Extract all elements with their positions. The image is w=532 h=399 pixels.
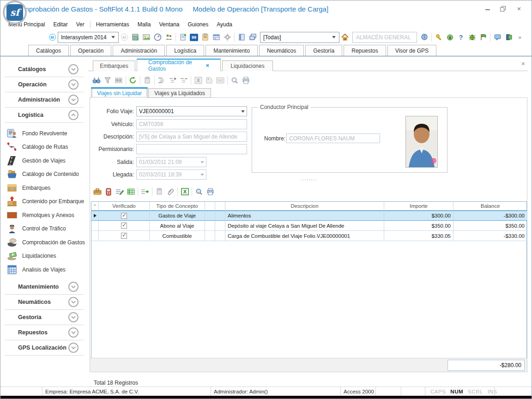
verificado-checkbox[interactable] <box>99 231 150 241</box>
cell-balance[interactable]: -$300.00 <box>453 211 527 221</box>
counter-99-icon[interactable]: 99 <box>188 32 200 43</box>
module-m-icon[interactable]: M <box>47 32 58 43</box>
sidebar-section-gps-localizacion[interactable]: GPS Localización <box>5 340 84 356</box>
cell-descripcion[interactable]: Carga de Combustible del Viaje Folio.VJE… <box>225 231 384 241</box>
search-binoculars-icon[interactable] <box>91 75 102 86</box>
grid-view-icon[interactable] <box>125 186 136 197</box>
doc-tab-embarques[interactable]: Embarques <box>93 60 135 71</box>
new-document-icon[interactable] <box>177 32 188 43</box>
cell-importe[interactable]: $300.00 <box>384 211 453 221</box>
attachment-icon[interactable] <box>165 186 176 197</box>
tab-catalogos[interactable]: Catálogos <box>28 45 69 56</box>
header-verificado[interactable]: Verificado <box>99 202 150 211</box>
collapse-all-icon[interactable] <box>178 75 189 86</box>
menu-item-ayuda[interactable]: Ayuda <box>212 20 236 29</box>
sidebar-section-catalogos[interactable]: Catálogos <box>5 62 84 77</box>
cell-importe[interactable]: $350.00 <box>384 221 453 231</box>
clipboard-tasks-icon[interactable] <box>200 32 211 43</box>
tabstrip-close-icon[interactable]: × <box>521 60 525 67</box>
toolbar-overflow-button[interactable]: » <box>514 32 525 43</box>
cell-importe[interactable]: $330.05 <box>384 231 453 241</box>
horizontal-splitter[interactable]: ........ <box>277 177 341 183</box>
key-icon[interactable] <box>433 32 444 43</box>
grid-row-3[interactable]: Combustible Carga de Combustible del Via… <box>91 231 526 241</box>
currency-icon[interactable]: $ <box>444 32 455 43</box>
minimize-button[interactable] <box>482 5 494 13</box>
chat-icon[interactable] <box>492 32 503 43</box>
sidebar-item-remolques-anexos[interactable]: Remolques y Anexos <box>0 208 88 222</box>
sidebar-item-comprobacion-gastos[interactable]: Comprobación de Gastos <box>0 236 88 249</box>
warehouse-input[interactable]: ALMACÉN GENERAL <box>352 32 417 43</box>
globe-icon[interactable] <box>419 32 430 43</box>
refresh-icon[interactable] <box>127 75 139 86</box>
barcode-icon[interactable] <box>113 75 124 86</box>
cascade-windows-icon[interactable] <box>247 32 258 43</box>
tab-close-icon[interactable]: × <box>206 62 209 69</box>
menu-item-editar[interactable]: Editar <box>49 20 72 29</box>
terminal-device-icon[interactable] <box>103 186 114 197</box>
sidebar-section-administracion[interactable]: Administración <box>5 92 84 108</box>
tab-logistica[interactable]: Logística <box>166 45 204 56</box>
cell-tipo[interactable]: Abono al Viaje <box>150 221 205 231</box>
sidebar-section-logistica[interactable]: Logistica <box>5 108 84 123</box>
home-icon[interactable] <box>339 32 351 43</box>
subtab-viajes-sin-liquidar[interactable]: Viajes sin Liquidar <box>91 87 148 98</box>
expand-all-icon[interactable] <box>167 75 178 86</box>
header-descripcion[interactable]: Descripcion <box>225 202 384 211</box>
close-button[interactable]: × <box>513 5 525 13</box>
filter-combo[interactable]: [Todas] <box>260 32 339 43</box>
sidebar-section-gestoria[interactable]: Gestoría <box>5 310 84 325</box>
cell-balance[interactable]: $350.00 <box>453 221 527 231</box>
help-icon[interactable]: ? <box>455 32 466 43</box>
image-icon[interactable] <box>141 32 152 43</box>
bug-icon[interactable] <box>466 32 478 43</box>
excel-export-icon[interactable]: X <box>179 186 190 197</box>
cell-tipo[interactable]: Combustible <box>150 231 205 241</box>
tab-operacion[interactable]: Operación <box>70 45 111 56</box>
exit-icon[interactable] <box>503 32 514 43</box>
tab-visor-gps[interactable]: Visor de GPS <box>387 45 436 56</box>
menu-item-ventana[interactable]: Ventana <box>155 20 183 29</box>
cell-balance[interactable]: -$330.00 <box>453 231 527 241</box>
sidebar-item-control-trafico[interactable]: Control de Tráfico <box>0 222 88 236</box>
menu-item-malla[interactable]: Malla <box>133 20 155 29</box>
flag-icon[interactable] <box>478 32 489 43</box>
sidebar-item-catalogo-rutas[interactable]: Catálogo de Rutas <box>0 140 88 154</box>
preview-icon[interactable] <box>193 186 205 197</box>
cell-descripcion[interactable]: Depósito al viaje Celaya a San Miguel De… <box>225 221 384 231</box>
edit-concepts-icon[interactable] <box>114 186 125 197</box>
sidebar-item-catalogo-contenido[interactable]: Catálogo de Contenido <box>0 168 88 181</box>
form-icon[interactable] <box>211 32 222 43</box>
gauge-icon[interactable] <box>152 32 163 43</box>
sidebar-section-repuestos[interactable]: Repuestos <box>5 325 84 340</box>
menu-item-herramientas[interactable]: Herramientas <box>92 20 133 29</box>
subtab-viajes-ya-liquidados[interactable]: Viajes ya Liquidados <box>148 88 211 98</box>
sidebar-item-fondo-revolvente[interactable]: Fondo Revolvente <box>0 127 88 140</box>
sidebar-section-neumaticos[interactable]: Neumáticos <box>5 295 84 310</box>
briefcase-icon[interactable] <box>92 186 103 197</box>
menu-item-guiones[interactable]: Guiones <box>184 20 213 29</box>
grid-row-2[interactable]: Abono al Viaje Depósito al viaje Celaya … <box>91 221 526 231</box>
print-icon[interactable] <box>240 75 251 86</box>
preview-icon[interactable] <box>229 75 240 86</box>
verificado-checkbox[interactable] <box>99 211 150 221</box>
sidebar-section-mantenimiento[interactable]: Mantenimiento <box>5 279 84 295</box>
header-importe[interactable]: Importe <box>384 202 453 211</box>
archive-icon[interactable] <box>130 32 141 43</box>
sidebar-section-operacion[interactable]: Operación <box>5 77 84 92</box>
tab-neumaticos[interactable]: Neumáticos <box>259 45 304 56</box>
gear-icon[interactable] <box>222 32 233 43</box>
cell-tipo[interactable]: Gastos de Viaje <box>150 211 205 221</box>
tree-list-icon[interactable] <box>156 75 167 86</box>
tab-mantenimiento[interactable]: Mantenimiento <box>206 45 258 56</box>
doc-tab-comprobacion-gastos[interactable]: Comprobación de Gastos × <box>137 59 221 71</box>
sidebar-item-contenido-embarque[interactable]: Contenido por Embarque <box>0 195 88 209</box>
sidebar-item-embarques[interactable]: Embarques <box>0 181 88 195</box>
tab-administracion[interactable]: Administración <box>113 45 165 56</box>
doc-tab-liquidaciones[interactable]: Liquidaciones <box>222 60 273 71</box>
folio-viaje-combo[interactable]: VJE00000001 <box>136 106 247 116</box>
verificado-checkbox[interactable] <box>99 221 150 231</box>
header-balance[interactable]: Balance <box>453 202 527 211</box>
cell-descripcion[interactable]: Alimentos <box>225 211 384 221</box>
export-row-icon[interactable] <box>139 186 151 197</box>
